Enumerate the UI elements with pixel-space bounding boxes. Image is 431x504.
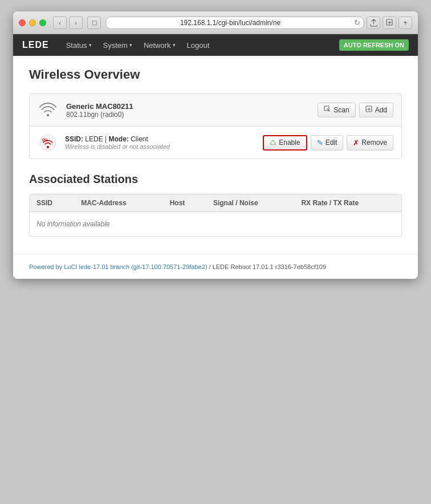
browser-window: ‹ › ▢ ↻ + LEDE Status: [13, 11, 418, 279]
back-button[interactable]: ‹: [53, 17, 67, 29]
plus-button[interactable]: +: [399, 17, 412, 29]
nav-network[interactable]: Network ▾: [138, 34, 181, 56]
share-button[interactable]: [367, 17, 380, 29]
mode-value: Client: [131, 135, 148, 143]
edit-button[interactable]: ✎ Edit: [311, 135, 344, 151]
browser-nav: ‹ ›: [53, 17, 83, 29]
network-row: 0% SSID: LEDE | Mode: Client: [30, 127, 401, 158]
scan-icon: [324, 105, 331, 115]
svg-point-1: [47, 114, 49, 116]
add-icon: [365, 105, 373, 115]
maximize-button[interactable]: [39, 19, 46, 26]
enable-icon: ♺: [270, 139, 277, 147]
ssid-value: LEDE: [85, 135, 103, 143]
tab-overview-button[interactable]: ▢: [87, 17, 101, 29]
minimize-button[interactable]: [29, 19, 36, 26]
remove-icon: ✗: [353, 139, 359, 147]
network-info: SSID: LEDE | Mode: Client Wireless is di…: [65, 135, 256, 150]
svg-point-6: [47, 146, 49, 148]
table-empty-row: No information available: [30, 212, 401, 237]
main-content: Wireless Overview Generic MAC80211 802.1…: [13, 56, 418, 254]
col-host: Host: [163, 194, 206, 212]
chevron-down-icon: ▾: [89, 42, 92, 48]
new-tab-button[interactable]: [383, 17, 396, 29]
ssid-label: SSID:: [65, 135, 83, 143]
wireless-device-name: Generic MAC80211 802.11bgn (radio0): [66, 102, 310, 119]
traffic-lights: [19, 19, 46, 26]
signal-indicator: 0%: [38, 132, 58, 153]
page-title: Wireless Overview: [29, 67, 402, 82]
wireless-header-buttons: Scan Add: [318, 103, 393, 117]
wireless-header: Generic MAC80211 802.11bgn (radio0) Scan: [30, 94, 401, 127]
network-row-buttons: ♺ Enable ✎ Edit ✗ Remove: [263, 135, 393, 151]
nav-system[interactable]: System ▾: [97, 34, 138, 56]
mode-label: Mode:: [109, 135, 129, 143]
col-rate: RX Rate / TX Rate: [294, 194, 401, 212]
col-signal: Signal / Noise: [206, 194, 294, 212]
titlebar-actions: +: [367, 17, 412, 29]
stations-table-wrap: SSID MAC-Address Host Signal / Noise RX …: [29, 194, 402, 237]
titlebar: ‹ › ▢ ↻ +: [13, 11, 418, 34]
close-button[interactable]: [19, 19, 26, 26]
reload-button[interactable]: ↻: [352, 18, 362, 28]
wireless-card: Generic MAC80211 802.11bgn (radio0) Scan: [29, 94, 402, 159]
ssid-line: SSID: LEDE | Mode: Client: [65, 135, 256, 143]
nav-status[interactable]: Status ▾: [60, 34, 97, 56]
footer-suffix: / LEDE Reboot 17.01.1 r3316-7eb58cf109: [208, 263, 327, 270]
enable-button[interactable]: ♺ Enable: [263, 135, 307, 151]
footer: Powered by LuCI lede-17.01 branch (git-1…: [13, 254, 418, 279]
col-mac: MAC-Address: [74, 194, 162, 212]
auto-refresh-badge[interactable]: AUTO REFRESH ON: [339, 39, 409, 51]
chevron-down-icon: ▾: [173, 42, 176, 48]
scan-button[interactable]: Scan: [318, 103, 355, 117]
table-header-row: SSID MAC-Address Host Signal / Noise RX …: [30, 194, 401, 212]
edit-icon: ✎: [317, 139, 323, 147]
footer-link[interactable]: Powered by LuCI lede-17.01 branch (git-1…: [29, 263, 208, 270]
url-input[interactable]: [105, 17, 364, 29]
nav-logout[interactable]: Logout: [181, 34, 216, 56]
remove-button[interactable]: ✗ Remove: [347, 135, 393, 151]
forward-button[interactable]: ›: [69, 17, 83, 29]
stations-title: Associated Stations: [29, 173, 402, 186]
url-bar-wrap: ↻: [105, 17, 362, 29]
stations-table: SSID MAC-Address Host Signal / Noise RX …: [30, 194, 401, 236]
brand-logo: LEDE: [22, 40, 49, 50]
add-button[interactable]: Add: [359, 103, 393, 117]
navbar: LEDE Status ▾ System ▾ Network ▾ Logout …: [13, 34, 418, 56]
col-ssid: SSID: [30, 194, 74, 212]
wireless-device-icon: [38, 100, 58, 120]
empty-message: No information available: [30, 212, 401, 237]
network-status: Wireless is disabled or not associated: [65, 143, 256, 150]
chevron-down-icon: ▾: [129, 42, 132, 48]
